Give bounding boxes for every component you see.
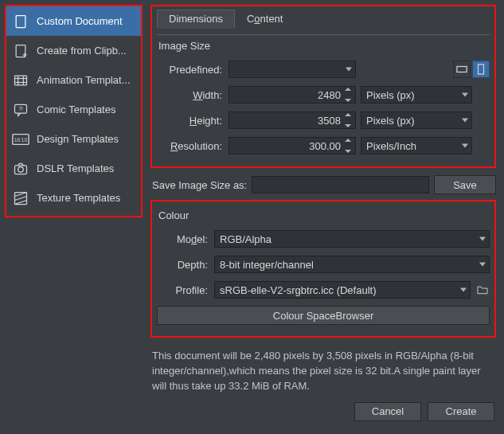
height-label: Height:	[157, 115, 229, 127]
sidebar-item-label: Create from Clipb...	[37, 45, 127, 57]
save-button[interactable]: Save	[434, 175, 496, 194]
sidebar-item-label: DSLR Templates	[37, 162, 114, 174]
colour-panel: Colour Model: RGB/Alpha Depth: 8-bit int…	[150, 200, 496, 338]
predefined-combo[interactable]	[229, 61, 356, 78]
width-label: Width:	[157, 89, 229, 101]
sidebar-item-texture[interactable]: Texture Templates	[6, 183, 141, 213]
filmstrip-icon	[11, 71, 30, 90]
save-size-input[interactable]	[252, 176, 429, 194]
clipboard-plus-icon	[11, 41, 30, 61]
width-unit-combo[interactable]: Pixels (px)	[361, 86, 472, 104]
svg-line-18	[15, 200, 27, 204]
open-file-icon[interactable]	[475, 283, 490, 297]
resolution-unit-combo[interactable]: Pixels/Inch	[361, 137, 472, 154]
depth-label: Depth:	[157, 259, 214, 271]
predefined-label: Predefined:	[157, 64, 229, 76]
svg-rect-4	[15, 76, 27, 85]
template-sidebar: Custom Document Create from Clipb... Ani…	[0, 0, 143, 434]
sidebar-item-design[interactable]: 16:10 Design Templates	[6, 124, 141, 154]
speech-bubble-icon: ?!	[11, 100, 30, 119]
svg-line-16	[15, 192, 27, 196]
save-size-row: Save Image Size as: Save	[152, 174, 496, 195]
model-combo[interactable]: RGB/Alpha	[214, 230, 490, 248]
colour-space-browser-button[interactable]: Colour Space Browser	[157, 306, 490, 325]
sidebar-item-label: Comic Templates	[37, 104, 115, 115]
colour-title: Colour	[158, 209, 490, 221]
sidebar-item-clipboard[interactable]: Create from Clipb...	[6, 36, 141, 65]
svg-text:?!: ?!	[18, 105, 23, 111]
main-panel: Dimensions Content Image Size Predefined…	[143, 0, 504, 434]
tab-bar: Dimensions Content	[157, 10, 490, 29]
texture-icon	[11, 189, 30, 208]
dimensions-panel: Dimensions Content Image Size Predefined…	[150, 5, 496, 168]
tab-dimensions[interactable]: Dimensions	[157, 10, 235, 29]
svg-rect-19	[457, 67, 467, 72]
sidebar-item-label: Texture Templates	[37, 192, 120, 204]
width-input[interactable]: 2480	[229, 86, 356, 104]
create-button[interactable]: Create	[428, 402, 494, 421]
orientation-portrait-button[interactable]	[472, 61, 490, 78]
image-size-title: Image Size	[158, 40, 490, 52]
svg-rect-20	[479, 65, 484, 74]
tab-content[interactable]: Content	[235, 10, 295, 29]
resolution-input[interactable]: 300.00	[229, 137, 356, 154]
depth-combo[interactable]: 8-bit integer/channel	[214, 256, 490, 273]
profile-combo[interactable]: sRGB-elle-V2-srgbtrc.icc (Default)	[214, 281, 471, 299]
orientation-landscape-button[interactable]	[453, 61, 471, 78]
svg-point-14	[18, 166, 24, 172]
sidebar-item-dslr[interactable]: DSLR Templates	[6, 154, 141, 183]
camera-icon	[11, 159, 30, 178]
sidebar-item-animation[interactable]: Animation Templat...	[6, 65, 141, 95]
sidebar-item-label: Custom Document	[37, 15, 123, 27]
aspect-ratio-icon: 16:10	[11, 130, 30, 149]
resolution-label: Resolution:	[157, 140, 229, 152]
svg-text:16:10: 16:10	[14, 136, 27, 142]
page-icon	[11, 12, 30, 31]
sidebar-item-label: Animation Templat...	[37, 74, 131, 86]
height-unit-combo[interactable]: Pixels (px)	[361, 111, 472, 129]
svg-line-17	[15, 196, 27, 200]
height-input[interactable]: 3508	[229, 111, 356, 129]
save-size-label: Save Image Size as:	[152, 179, 247, 191]
svg-rect-0	[16, 15, 25, 27]
sidebar-item-label: Design Templates	[37, 133, 119, 145]
document-summary-text: This document will be 2,480 pixels by 3,…	[152, 349, 494, 394]
sidebar-item-comic[interactable]: ?! Comic Templates	[6, 95, 141, 124]
profile-label: Profile:	[157, 284, 214, 296]
sidebar-item-custom-document[interactable]: Custom Document	[6, 6, 141, 36]
cancel-button[interactable]: Cancel	[354, 402, 421, 421]
model-label: Model:	[157, 233, 214, 245]
